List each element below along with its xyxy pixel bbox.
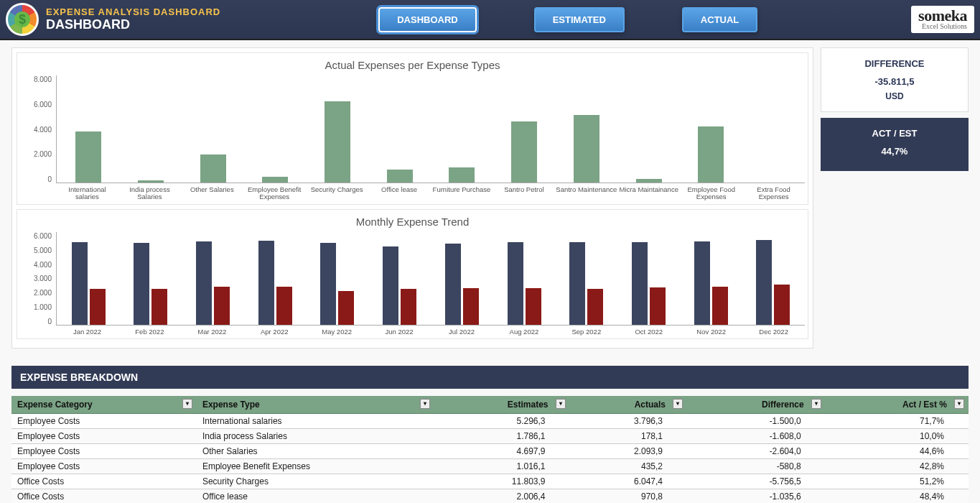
- table-cell: 3.796,3: [570, 414, 687, 429]
- table-cell: -5.756,5: [687, 474, 826, 489]
- chart1-bar: [75, 131, 101, 183]
- table-cell: 10,0%: [826, 429, 969, 444]
- table-cell: 11.803,9: [434, 474, 570, 489]
- table-cell: 435,2: [570, 459, 687, 474]
- table-cell: Office Costs: [11, 474, 197, 489]
- breakdown-body: Employee CostsInternational salaries5.29…: [11, 414, 969, 503]
- chart2-bar-actual: [526, 288, 541, 325]
- nav-dashboard-button[interactable]: DASHBOARD: [378, 7, 477, 32]
- brand-name: someka: [918, 9, 967, 23]
- table-cell: -580,8: [687, 459, 826, 474]
- breakdown-header-cell: Expense Type▾: [197, 396, 434, 414]
- chart2-x-label: Nov 2022: [680, 326, 742, 336]
- chart1-title: Actual Expenses per Expense Types: [20, 59, 805, 71]
- chart1-x-label: Employee Food Expenses: [680, 183, 742, 201]
- chart2-x-label: May 2022: [306, 326, 368, 336]
- breakdown-header-cell: Actuals▾: [570, 396, 687, 414]
- chart1-bar: [636, 179, 662, 183]
- chart2-x-label: Aug 2022: [493, 326, 555, 336]
- chart1-x-labels: International salariesIndia process Sala…: [56, 183, 805, 201]
- summary-column: DIFFERENCE -35.811,5 USD ACT / EST 44,7%: [821, 47, 969, 349]
- chart2-bar-estimated: [196, 241, 212, 325]
- chart2-x-label: Mar 2022: [181, 326, 243, 336]
- table-row[interactable]: Employee CostsInternational salaries5.29…: [11, 414, 969, 429]
- chart1-x-label: Security Charges: [306, 183, 368, 201]
- chart1-x-label: Employee Benefit Expenses: [243, 183, 306, 201]
- table-cell: 42,8%: [826, 459, 969, 474]
- chart1-x-label: Micra Maintainance: [617, 183, 680, 201]
- chart2-bar-actual: [463, 288, 479, 325]
- chart1-y-axis: 8.0006.0004.0002.0000: [20, 75, 56, 183]
- table-row[interactable]: Employee CostsEmployee Benefit Expenses1…: [11, 459, 969, 474]
- chart2-bar-actual: [712, 287, 728, 325]
- page-title: DASHBOARD: [46, 17, 220, 32]
- chart2-plot: [56, 232, 805, 326]
- chart2-bar-estimated: [445, 244, 461, 325]
- chart2-bar-estimated: [756, 240, 772, 325]
- chart2-bar-estimated: [694, 241, 710, 325]
- table-cell: Office Costs: [11, 489, 197, 503]
- chart2-y-axis: 6.0005.0004.0003.0002.0001.0000: [20, 232, 56, 326]
- chart2-bar-actual: [276, 287, 292, 325]
- chart1-x-label: Santro Maintenance: [555, 183, 617, 201]
- filter-dropdown-icon[interactable]: ▾: [954, 399, 964, 409]
- header-bar: EXPENSE ANALYSIS DASHBOARD DASHBOARD DAS…: [0, 0, 980, 40]
- filter-dropdown-icon[interactable]: ▾: [420, 399, 430, 409]
- table-cell: 6.047,4: [570, 474, 687, 489]
- nav-estimated-button[interactable]: ESTIMATED: [534, 7, 625, 32]
- nav-buttons: DASHBOARD ESTIMATED ACTUAL: [378, 7, 757, 32]
- app-logo-icon: [6, 3, 39, 36]
- filter-dropdown-icon[interactable]: ▾: [811, 399, 821, 409]
- filter-dropdown-icon[interactable]: ▾: [556, 399, 566, 409]
- chart1-bar: [387, 170, 413, 183]
- table-cell: 48,4%: [826, 489, 969, 503]
- breakdown-header-cell: Expense Category▾: [11, 396, 197, 414]
- ratio-label: ACT / EST: [826, 128, 963, 139]
- nav-actual-button[interactable]: ACTUAL: [682, 7, 757, 32]
- table-cell: -1.500,0: [687, 414, 826, 429]
- chart2-bar-actual: [338, 291, 354, 325]
- chart1-bar: [574, 115, 599, 183]
- chart-actual-by-type: Actual Expenses per Expense Types 8.0006…: [17, 52, 808, 205]
- difference-card: DIFFERENCE -35.811,5 USD: [821, 47, 969, 112]
- table-row[interactable]: Office CostsSecurity Charges11.803,96.04…: [11, 474, 969, 489]
- chart2-bar-estimated: [508, 242, 523, 325]
- table-cell: Security Charges: [197, 474, 434, 489]
- brand-logo: someka Excel Solutions: [911, 6, 974, 34]
- filter-dropdown-icon[interactable]: ▾: [673, 399, 683, 409]
- table-cell: 51,2%: [826, 474, 969, 489]
- chart1-x-label: Other Salaries: [181, 183, 243, 201]
- chart1-x-label: Extra Food Expenses: [742, 183, 805, 201]
- chart2-bar-actual: [401, 289, 416, 324]
- chart1-x-label: Furniture Purchase: [431, 183, 493, 201]
- difference-unit: USD: [827, 91, 962, 101]
- chart2-x-label: Jul 2022: [431, 326, 493, 336]
- table-cell: -2.604,0: [687, 444, 826, 459]
- chart2-bar-actual: [650, 287, 666, 325]
- table-row[interactable]: Employee CostsOther Salaries4.697,92.093…: [11, 444, 969, 459]
- difference-label: DIFFERENCE: [827, 58, 962, 69]
- chart2-x-label: Feb 2022: [118, 326, 181, 336]
- chart2-bar-estimated: [72, 242, 88, 325]
- table-row[interactable]: Office CostsOffice lease2.006,4970,8-1.0…: [11, 489, 969, 503]
- table-cell: 71,7%: [826, 414, 969, 429]
- table-cell: Employee Costs: [11, 444, 197, 459]
- ratio-card: ACT / EST 44,7%: [821, 118, 969, 171]
- table-cell: Employee Benefit Expenses: [197, 459, 434, 474]
- table-cell: 1.016,1: [434, 459, 570, 474]
- breakdown-header-cell: Act / Est %▾: [826, 396, 969, 414]
- table-cell: 2.006,4: [434, 489, 570, 503]
- filter-dropdown-icon[interactable]: ▾: [182, 399, 192, 409]
- chart1-bar: [698, 126, 724, 183]
- difference-value: -35.811,5: [827, 76, 962, 87]
- chart2-x-label: Jan 2022: [56, 326, 118, 336]
- table-cell: -1.035,6: [687, 489, 826, 503]
- chart1-bar: [511, 121, 537, 183]
- table-row[interactable]: Employee CostsIndia process Salaries1.78…: [11, 429, 969, 444]
- chart2-bar-actual: [151, 289, 167, 324]
- chart1-x-label: Office lease: [368, 183, 431, 201]
- chart2-x-label: Apr 2022: [243, 326, 306, 336]
- chart1-bar: [325, 101, 350, 183]
- chart1-bar: [200, 154, 226, 183]
- chart2-title: Monthly Expense Trend: [20, 216, 805, 228]
